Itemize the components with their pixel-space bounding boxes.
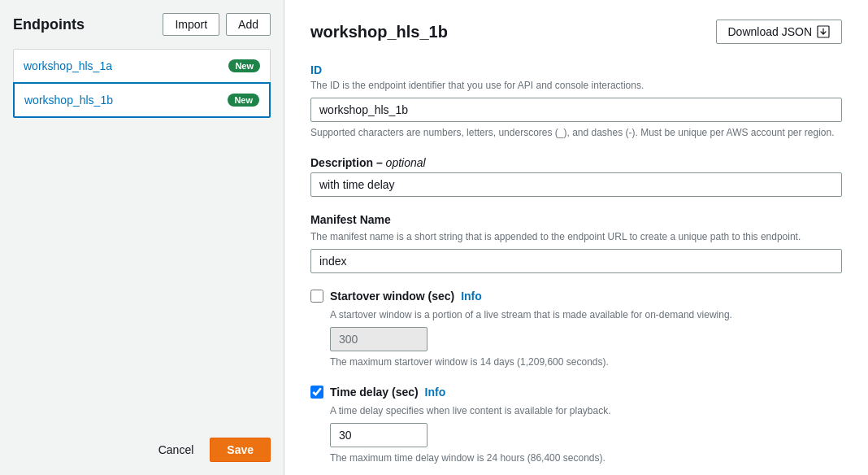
endpoint-list: workshop_hls_1a New workshop_hls_1b New bbox=[13, 49, 271, 418]
timedelay-description: A time delay specifies when live content… bbox=[330, 403, 842, 418]
endpoint-item-1[interactable]: workshop_hls_1a New bbox=[13, 49, 271, 82]
save-button[interactable]: Save bbox=[210, 438, 271, 462]
cancel-button[interactable]: Cancel bbox=[152, 439, 201, 460]
import-button[interactable]: Import bbox=[163, 13, 219, 36]
startover-hint: The maximum startover window is 14 days … bbox=[330, 355, 842, 369]
endpoint-badge-1: New bbox=[228, 59, 260, 72]
header-buttons: Import Add bbox=[163, 13, 271, 36]
timedelay-label[interactable]: Time delay (sec) Info bbox=[330, 386, 445, 399]
startover-description: A startover window is a portion of a liv… bbox=[330, 307, 842, 322]
endpoint-name-2[interactable]: workshop_hls_1b bbox=[24, 94, 113, 107]
manifest-input[interactable] bbox=[310, 249, 842, 273]
right-panel: workshop_hls_1b Download JSON ID The ID … bbox=[284, 0, 868, 475]
endpoint-badge-2: New bbox=[228, 94, 259, 107]
id-label: ID bbox=[310, 63, 842, 76]
right-header: workshop_hls_1b Download JSON bbox=[310, 20, 842, 44]
left-panel: Endpoints Import Add workshop_hls_1a New… bbox=[0, 0, 284, 475]
manifest-section: Manifest Name The manifest name is a sho… bbox=[310, 213, 842, 273]
startover-checkbox-row: Startover window (sec) Info bbox=[310, 290, 842, 303]
download-icon bbox=[817, 25, 830, 38]
timedelay-indented: A time delay specifies when live content… bbox=[330, 403, 842, 465]
id-input[interactable] bbox=[310, 98, 842, 122]
startover-checkbox[interactable] bbox=[310, 290, 323, 303]
timedelay-info-link[interactable]: Info bbox=[425, 386, 446, 399]
download-label: Download JSON bbox=[728, 25, 813, 38]
manifest-description: The manifest name is a short string that… bbox=[310, 229, 842, 244]
startover-label[interactable]: Startover window (sec) Info bbox=[330, 290, 482, 303]
page-title: workshop_hls_1b bbox=[310, 23, 448, 41]
timedelay-input[interactable] bbox=[330, 423, 427, 447]
startover-section: Startover window (sec) Info A startover … bbox=[310, 290, 842, 369]
id-hint: Supported characters are numbers, letter… bbox=[310, 125, 842, 140]
startover-input bbox=[330, 327, 427, 351]
endpoint-name-1[interactable]: workshop_hls_1a bbox=[24, 59, 112, 72]
description-section: Description – optional bbox=[310, 156, 842, 197]
timedelay-section: Time delay (sec) Info A time delay speci… bbox=[310, 386, 842, 465]
left-footer: Cancel Save bbox=[13, 431, 271, 462]
left-header: Endpoints Import Add bbox=[13, 13, 271, 36]
endpoint-item-2[interactable]: workshop_hls_1b New bbox=[13, 82, 271, 118]
id-section: ID The ID is the endpoint identifier tha… bbox=[310, 63, 842, 140]
manifest-label: Manifest Name bbox=[310, 213, 842, 226]
startover-indented: A startover window is a portion of a liv… bbox=[330, 307, 842, 369]
download-json-button[interactable]: Download JSON bbox=[716, 20, 843, 44]
id-description: The ID is the endpoint identifier that y… bbox=[310, 78, 842, 93]
endpoints-title: Endpoints bbox=[13, 16, 85, 33]
description-input[interactable] bbox=[310, 172, 842, 197]
timedelay-checkbox-row: Time delay (sec) Info bbox=[310, 386, 842, 399]
startover-info-link[interactable]: Info bbox=[461, 290, 482, 303]
add-button[interactable]: Add bbox=[226, 13, 271, 36]
timedelay-checkbox[interactable] bbox=[310, 386, 323, 399]
timedelay-hint: The maximum time delay window is 24 hour… bbox=[330, 451, 842, 465]
description-label: Description – optional bbox=[310, 156, 842, 169]
